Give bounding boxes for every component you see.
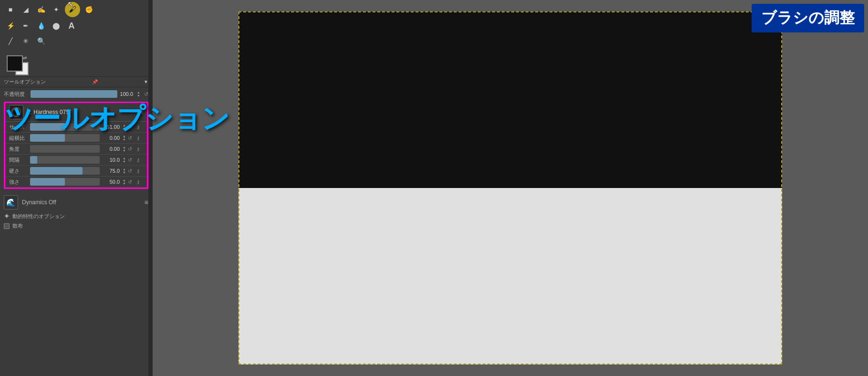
swap-colors-icon[interactable]: ⇄ <box>23 55 27 61</box>
param-link-5[interactable]: ⚷ <box>136 179 143 185</box>
scatter-label: 散布 <box>12 222 23 230</box>
tool-options-pin-icon: 📌 <box>92 79 98 84</box>
dynamics-edit-button[interactable]: ≡ <box>145 198 148 206</box>
left-panel: ■ ◢ ✍ ✦ 🖌 ↖ ✊ ⚡ ✒ 💧 ⬤ A ╱ ✳ 🔍 ⇄ <box>0 0 153 376</box>
param-slider-4[interactable] <box>30 167 100 175</box>
param-spinner-3[interactable]: ▲▼ <box>123 157 126 163</box>
opacity-value: 100.0 <box>120 91 134 97</box>
opacity-slider[interactable] <box>31 90 117 98</box>
param-spinner-5[interactable]: ▲▼ <box>123 178 126 185</box>
param-slider-3[interactable] <box>30 156 100 164</box>
tool-icon-13[interactable]: ✳ <box>19 34 32 48</box>
tool-icon-8[interactable]: ✒ <box>19 19 32 32</box>
dynamics-options-row[interactable]: ✦ 動的特性のオプション <box>4 211 148 221</box>
param-link-4[interactable]: ⚷ <box>136 168 143 174</box>
ruler-line <box>148 0 152 376</box>
param-spinner-4[interactable]: ▲▼ <box>123 167 126 174</box>
param-value-5: 50.0 <box>102 179 120 185</box>
tool-options-label: ツールオプション <box>4 78 46 85</box>
param-row-4: 硬さ75.0▲▼↺⚷ <box>5 166 147 177</box>
param-reset-5[interactable]: ↺ <box>128 179 134 185</box>
canvas-top <box>238 11 782 188</box>
param-row-2: 角度0.00▲▼↺⚷ <box>5 144 147 155</box>
param-value-4: 75.0 <box>102 168 120 174</box>
param-reset-3[interactable]: ↺ <box>128 157 134 163</box>
tool-icon-10[interactable]: ⬤ <box>50 19 63 32</box>
tool-icon-11[interactable]: A <box>65 19 78 32</box>
dynamics-section: 🌊 Dynamics Off ≡ ✦ 動的特性のオプション 散布 <box>0 192 152 232</box>
tool-options-header: ツールオプション 📌 ▼ <box>0 76 152 87</box>
param-reset-2[interactable]: ↺ <box>128 146 134 152</box>
param-link-2[interactable]: ⚷ <box>136 146 143 152</box>
canvas-bottom <box>238 188 782 365</box>
param-value-3: 10.0 <box>102 157 120 163</box>
opacity-row: 不透明度 100.0 ▲ ▼ ↺ <box>0 89 152 99</box>
dynamics-header: 🌊 Dynamics Off ≡ <box>4 194 148 211</box>
tool-icon-2[interactable]: ◢ <box>19 3 32 16</box>
opacity-spinner[interactable]: ▲ ▼ <box>137 91 140 97</box>
param-label-5: 強さ <box>9 178 28 186</box>
color-swatches: ⇄ <box>0 52 152 76</box>
cursor-overlay: ↖ <box>68 0 73 8</box>
plus-icon: ✦ <box>4 212 10 220</box>
param-slider-fill-5 <box>30 178 65 186</box>
opacity-slider-fill <box>31 90 117 98</box>
toolbar-icons: ■ ◢ ✍ ✦ 🖌 ↖ ✊ ⚡ ✒ 💧 ⬤ A ╱ ✳ 🔍 <box>0 0 152 52</box>
param-row-5: 強さ50.0▲▼↺⚷ <box>5 177 147 188</box>
param-label-4: 硬さ <box>9 167 28 175</box>
tool-icon-9[interactable]: 💧 <box>34 19 48 32</box>
scatter-row: 散布 <box>4 221 148 230</box>
param-row-3: 間隔10.0▲▼↺⚷ <box>5 155 147 166</box>
param-link-3[interactable]: ⚷ <box>136 157 143 163</box>
param-label-3: 間隔 <box>9 157 28 164</box>
opacity-label: 不透明度 <box>4 91 28 98</box>
opacity-reset-icon[interactable]: ↺ <box>144 91 148 97</box>
param-slider-2[interactable] <box>30 145 100 153</box>
paint-brush-tool[interactable]: 🖌 ↖ <box>65 2 80 17</box>
icon-row-2: ⚡ ✒ 💧 ⬤ A <box>4 19 148 32</box>
canvas-wrapper[interactable] <box>238 11 782 365</box>
annotation-text: ツールオプション <box>5 100 229 137</box>
tool-icon-12[interactable]: ╱ <box>4 34 17 48</box>
canvas-area <box>153 0 868 376</box>
param-label-2: 角度 <box>9 146 28 153</box>
tool-icon-1[interactable]: ■ <box>4 3 17 16</box>
param-slider-5[interactable] <box>30 178 100 186</box>
param-spinner-2[interactable]: ▲▼ <box>123 146 126 152</box>
param-slider-fill-3 <box>30 156 37 164</box>
dynamics-options-label: 動的特性のオプション <box>12 213 65 220</box>
tool-icon-3[interactable]: ✍ <box>34 3 48 16</box>
param-value-2: 0.00 <box>102 146 120 152</box>
icon-row-3: ╱ ✳ 🔍 <box>4 34 148 48</box>
icon-row-1: ■ ◢ ✍ ✦ 🖌 ↖ ✊ <box>4 2 148 17</box>
tool-options-expand-icon[interactable]: ▼ <box>144 79 148 84</box>
tool-icon-4[interactable]: ✦ <box>50 3 63 16</box>
scatter-checkbox[interactable] <box>4 223 10 229</box>
dynamics-name: Dynamics Off <box>22 199 141 206</box>
param-reset-4[interactable]: ↺ <box>128 168 134 174</box>
top-right-banner: ブラシの調整 <box>752 4 864 32</box>
dynamics-preview[interactable]: 🌊 <box>4 195 18 209</box>
foreground-color-swatch[interactable] <box>7 55 23 72</box>
tool-icon-7[interactable]: ⚡ <box>4 19 17 32</box>
tool-icon-14[interactable]: 🔍 <box>34 34 48 48</box>
param-slider-fill-4 <box>30 167 83 175</box>
tool-icon-6[interactable]: ✊ <box>82 3 95 16</box>
